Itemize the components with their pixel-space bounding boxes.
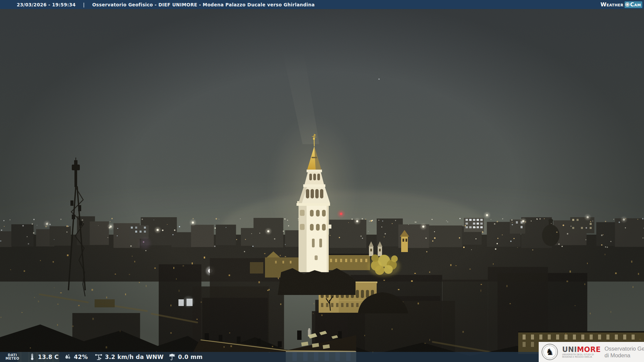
unimore-seal: ♞ <box>542 344 558 360</box>
horse-rider-icon: ♞ <box>542 345 557 359</box>
unimore-name-more: MORE <box>577 346 601 354</box>
camera-lens-icon <box>625 2 630 7</box>
weathercam-word-weather: Weather <box>600 2 623 7</box>
rain-icon <box>168 353 176 361</box>
wind-reading: 3.2 km/h da WNW <box>95 353 164 361</box>
university-subtitle-line2: MODENA E REGGIO EMILIA <box>562 356 601 358</box>
weathercam-badge: Cam <box>625 1 642 8</box>
unimore-name-uni: UNI <box>562 346 577 354</box>
night-cityscape <box>0 0 644 362</box>
webcam-scene <box>0 0 644 362</box>
unimore-wordmark: UNIMORE UNIVERSITÀ DEGLI STUDI DI MODENA… <box>562 346 601 358</box>
page-title: Osservatorio Geofisico - DIEF UNIMORE - … <box>92 2 315 7</box>
weather-bar-label: DATI METEO <box>5 354 20 360</box>
unimore-brand-box[interactable]: ♞ UNIMORE UNIVERSITÀ DEGLI STUDI DI MODE… <box>539 342 644 362</box>
temperature-value: 13.8 C <box>38 354 59 360</box>
humidity-reading: 42% <box>64 354 88 360</box>
wind-value: 3.2 km/h da WNW <box>105 354 164 360</box>
timestamp: 23/03/2026 - 19:59:34 <box>17 2 76 7</box>
university-subtitle-line1: UNIVERSITÀ DEGLI STUDI DI <box>562 353 601 356</box>
weather-bar-label-line2: METEO <box>5 357 20 360</box>
humidity-value: 42% <box>74 354 88 360</box>
weathercam-logo[interactable]: Weather Cam <box>600 1 642 8</box>
observatory-name-line2: di Modena <box>604 352 644 359</box>
observatory-name: Osservatorio Geofisico di Modena <box>604 345 644 359</box>
humidity-icon <box>64 354 71 360</box>
weathercam-word-cam: Cam <box>630 2 641 7</box>
wind-icon <box>95 353 103 361</box>
temperature-reading: 13.8 C <box>29 353 59 361</box>
thermometer-icon <box>29 353 36 361</box>
rain-reading: 0.0 mm <box>168 353 203 361</box>
observatory-name-line1: Osservatorio Geofisico <box>604 345 644 352</box>
unimore-name: UNIMORE <box>562 346 601 353</box>
header-bar: 23/03/2026 - 19:59:34 | Osservatorio Geo… <box>0 0 644 9</box>
separator: | <box>83 2 85 7</box>
rain-value: 0.0 mm <box>178 354 203 360</box>
